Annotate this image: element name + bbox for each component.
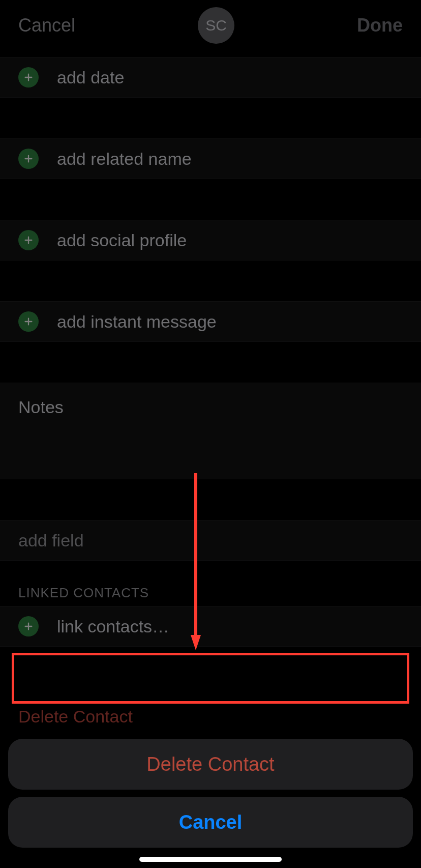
sheet-delete-contact-button[interactable]: Delete Contact [8, 739, 413, 790]
link-contacts-row[interactable]: link contacts… [0, 606, 421, 647]
add-field-label: add field [18, 531, 84, 551]
delete-action-sheet: Delete Contact Cancel [8, 739, 413, 848]
plus-icon [18, 230, 39, 250]
plus-icon [18, 149, 39, 169]
add-date-row[interactable]: add date [0, 57, 421, 98]
add-related-name-label: add related name [57, 149, 192, 169]
link-contacts-label: link contacts… [57, 617, 169, 636]
nav-done-button[interactable]: Done [357, 15, 403, 36]
add-date-label: add date [57, 68, 124, 88]
add-social-profile-row[interactable]: add social profile [0, 220, 421, 261]
plus-icon [18, 67, 39, 88]
add-instant-message-row[interactable]: add instant message [0, 301, 421, 342]
home-indicator [139, 857, 282, 862]
add-instant-message-label: add instant message [57, 312, 217, 332]
contact-avatar[interactable]: SC [198, 7, 234, 44]
notes-label: Notes [18, 397, 403, 417]
linked-contacts-header: LINKED CONTACTS [0, 561, 421, 606]
delete-contact-row[interactable]: Delete Contact [0, 703, 421, 727]
edit-contact-navbar: Cancel SC Done [0, 0, 421, 51]
add-social-profile-label: add social profile [57, 230, 187, 250]
plus-icon [18, 311, 39, 332]
sheet-cancel-button[interactable]: Cancel [8, 797, 413, 848]
nav-cancel-button[interactable]: Cancel [18, 15, 75, 36]
add-related-name-row[interactable]: add related name [0, 138, 421, 179]
add-field-row[interactable]: add field [0, 520, 421, 561]
notes-field[interactable]: Notes [0, 383, 421, 479]
plus-icon [18, 616, 39, 636]
